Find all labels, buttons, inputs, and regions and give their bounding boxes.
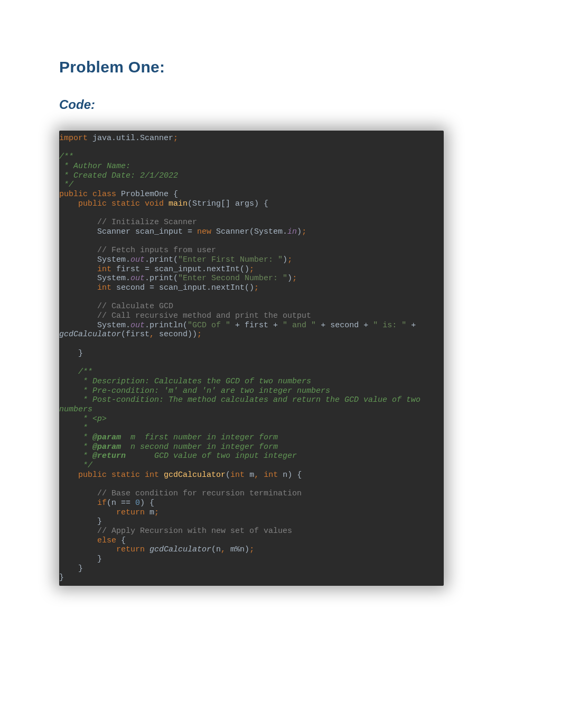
doc-comment: * Created Date: 2/1/2022 [59, 171, 178, 180]
number-zero: 0 [135, 499, 140, 508]
concat: + [406, 321, 420, 330]
close-paren: ) [297, 227, 302, 236]
field-out: out [130, 321, 145, 330]
println-open: .println( [145, 321, 188, 330]
param-n: n) { [283, 471, 302, 480]
print-call: System. [59, 274, 130, 283]
code-block: import java.util.Scanner; /** * Author N… [59, 131, 444, 586]
first-decl: first = scan_input.nextInt() [116, 265, 249, 274]
semicolon: ; [154, 508, 159, 517]
document-page: Problem One: Code: import java.util.Scan… [0, 0, 561, 728]
kw-else: else [97, 536, 121, 545]
code-heading: Code: [59, 97, 502, 112]
scanner-decl: Scanner scan_input = [59, 227, 197, 236]
kw-return: return [116, 508, 149, 517]
class-name: ProblemOne { [121, 190, 178, 199]
method-main: main [169, 199, 188, 208]
kw-int: int [145, 471, 164, 480]
doc-tag-return: @return [92, 451, 126, 460]
semicolon: ; [302, 227, 306, 236]
kw-int: int [97, 283, 116, 292]
args: (first [121, 330, 149, 339]
doc-comment: * Author Name: [59, 162, 130, 171]
doc-comment: * Post-condition: The method calculates … [59, 395, 425, 404]
close-brace: } [59, 517, 102, 526]
comment: // Base condition for recursion terminat… [59, 489, 302, 498]
semicolon: ; [287, 255, 292, 264]
kw-return: return [116, 545, 149, 554]
kw-int: int [97, 265, 116, 274]
concat: + first + [230, 321, 283, 330]
indent [59, 283, 97, 292]
semicolon: ; [292, 274, 297, 283]
indent [59, 545, 116, 554]
kw-static: static [111, 471, 145, 480]
comment: // Calculate GCD [59, 302, 173, 311]
field-out: out [130, 274, 145, 283]
string-literal: "Enter Second Number: " [178, 274, 287, 283]
comment: // Initialize Scanner [59, 218, 197, 227]
concat: + second + [316, 321, 373, 330]
doc-comment: * [59, 433, 92, 442]
second-decl: second = scan_input.nextInt() [116, 283, 254, 292]
doc-comment: m first number in integer form [126, 433, 278, 442]
args: m%n) [226, 545, 249, 554]
doc-comment: * [59, 451, 92, 460]
semicolon: ; [249, 265, 254, 274]
gcd-call: gcdCalculator [59, 330, 121, 339]
semicolon: ; [173, 134, 178, 143]
string-literal: " and " [283, 321, 316, 330]
kw-import: import [59, 134, 88, 143]
comment: // Call recursive method and print the o… [59, 311, 311, 320]
doc-tag-param: @param [92, 443, 126, 451]
string-literal: " is: " [373, 321, 406, 330]
return-val: m [149, 508, 154, 517]
kw-public: public [59, 199, 111, 208]
kw-public: public [59, 190, 92, 199]
if-cond: (n == [107, 499, 135, 508]
print-open: .print( [145, 255, 178, 264]
println-call: System. [59, 321, 130, 330]
semicolon: ; [254, 283, 259, 292]
field-in: in [287, 227, 297, 236]
if-close: ) { [140, 499, 154, 508]
close-paren: ) [283, 255, 287, 264]
doc-comment: n second number in integer form [126, 443, 278, 451]
open-paren: ( [226, 471, 230, 480]
close-brace: } [59, 349, 83, 358]
comment: // Apply Recursion with new set of value… [59, 527, 292, 536]
comment: // Fetch inputs from user [59, 246, 216, 255]
method-gcd: gcdCalculator [164, 471, 226, 480]
indent [59, 471, 78, 480]
close-brace: } [59, 564, 83, 573]
kw-new: new [197, 227, 216, 236]
close-brace: } [59, 555, 102, 564]
print-open: .print( [145, 274, 178, 283]
doc-comment: /** [59, 152, 73, 161]
kw-int: int [264, 471, 283, 480]
doc-comment: numbers [59, 405, 92, 414]
doc-comment: * [59, 423, 88, 432]
doc-tag-param: @param [92, 433, 126, 442]
indent [59, 508, 116, 517]
indent [59, 536, 97, 545]
field-out: out [130, 255, 145, 264]
doc-comment: * <p> [59, 414, 107, 423]
doc-comment: GCD value of two input integer [126, 451, 297, 460]
string-literal: "Enter First Number: " [178, 255, 283, 264]
param-m: m [249, 471, 254, 480]
code-content: import java.util.Scanner; /** * Author N… [59, 134, 444, 583]
main-signature: (String[] args) { [188, 199, 268, 208]
comma: , [254, 471, 259, 480]
kw-if: if [97, 499, 107, 508]
scanner-ctor: Scanner(System. [216, 227, 287, 236]
kw-public: public [78, 471, 111, 480]
args: (n [211, 545, 221, 554]
semicolon: ; [197, 330, 202, 339]
doc-comment: */ [59, 461, 92, 470]
doc-comment: * Pre-condition: 'm' and 'n' are two int… [59, 386, 330, 395]
gcd-call: gcdCalculator [149, 545, 211, 554]
doc-comment: */ [59, 180, 73, 189]
kw-int: int [230, 471, 249, 480]
indent [59, 499, 97, 508]
